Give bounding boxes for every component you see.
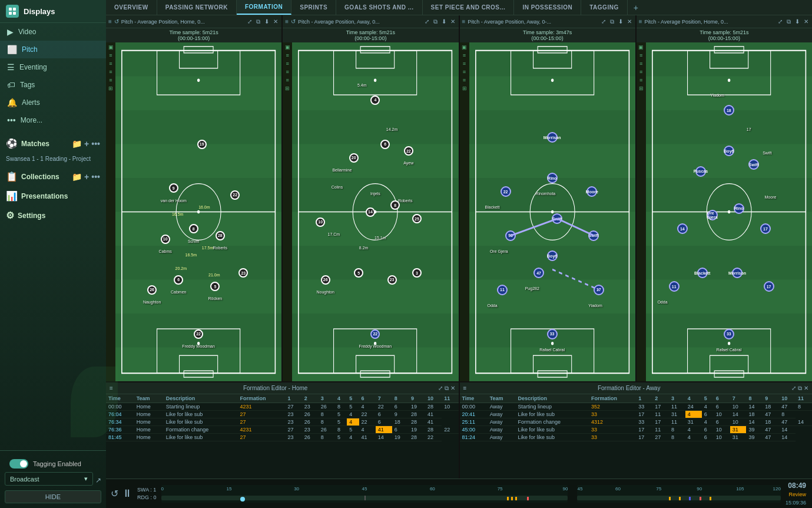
broadcast-external-icon[interactable]: ↗ — [95, 476, 101, 484]
sidebar-item-alerts[interactable]: 🔔 Alerts — [0, 94, 106, 111]
match-item[interactable]: Swansea 1 - 1 Reading - Project — [0, 153, 106, 167]
panel-download-icon-2[interactable]: ⬇ — [440, 18, 448, 25]
broadcast-select[interactable]: Broadcast ▾ — [5, 472, 93, 486]
table-row[interactable]: 76:34HomeLike for like sub27232685422618… — [106, 418, 459, 426]
tab-goals-shots[interactable]: GOALS SHOTS AND ... — [336, 0, 422, 15]
psb-2-2[interactable]: ≡ — [286, 52, 290, 59]
fp-copy-home[interactable]: ⧉ — [445, 385, 449, 392]
table-row[interactable]: 76:36HomeFormation change423127232685441… — [106, 426, 459, 434]
matches-folder-icon[interactable]: 📁 — [72, 139, 82, 149]
psb-3-5[interactable]: ≡ — [462, 77, 466, 84]
undo-icon-2[interactable]: ↺ — [291, 18, 296, 25]
panel-close-icon-2[interactable]: ✕ — [449, 18, 456, 25]
pitch-visual-2: 22 Freddy Woodman 26 Noughton 5 23 3 10 … — [292, 42, 458, 381]
panel-download-icon-4[interactable]: ⬇ — [794, 18, 801, 25]
panel-lock-icon-1[interactable]: ⤢ — [246, 18, 253, 25]
panel-lock-icon-2[interactable]: ⤢ — [423, 18, 430, 25]
sidebar-section-matches[interactable]: ⚽ Matches 📁 + ••• — [0, 134, 106, 153]
psb-1-1[interactable]: ▣ — [108, 44, 114, 51]
psb-3-1[interactable]: ▣ — [461, 44, 468, 51]
sidebar-item-more[interactable]: ••• More... — [0, 111, 106, 129]
psb-4-4[interactable]: ≡ — [639, 68, 643, 75]
panel-close-icon-3[interactable]: ✕ — [626, 18, 633, 25]
matches-add-icon[interactable]: + — [84, 139, 89, 149]
tab-add-button[interactable]: + — [628, 3, 644, 12]
sidebar-item-eventing[interactable]: ☰ Eventing — [0, 58, 106, 76]
psb-3-6[interactable]: ⊞ — [462, 85, 468, 92]
psb-2-6[interactable]: ⊞ — [284, 85, 290, 92]
sidebar-item-pitch[interactable]: ⬜ Pitch — [0, 41, 106, 58]
collections-more-icon[interactable]: ••• — [91, 172, 100, 182]
psb-1-5[interactable]: ≡ — [108, 77, 112, 84]
sidebar-section-settings[interactable]: ⚙ Settings — [0, 206, 106, 225]
psb-4-2[interactable]: ≡ — [639, 52, 643, 59]
tab-overview[interactable]: OVERVIEW — [106, 0, 157, 15]
fp-close-home[interactable]: ✕ — [450, 385, 455, 392]
panel-download-icon-1[interactable]: ⬇ — [263, 18, 270, 25]
tl-rewind-button[interactable]: ↺ — [111, 488, 118, 499]
panel-close-icon-4[interactable]: ✕ — [803, 18, 810, 25]
panel-lock-icon-4[interactable]: ⤢ — [777, 18, 784, 25]
matches-label: Matches — [21, 140, 49, 148]
psb-4-5[interactable]: ≡ — [639, 77, 643, 84]
sidebar-section-collections[interactable]: 📋 Collections 📁 + ••• — [0, 167, 106, 186]
sidebar-item-video[interactable]: ▶ Video — [0, 23, 106, 41]
psb-4-1[interactable]: ▣ — [638, 44, 644, 51]
pitch-side-toolbar-2: ▣ ≡ ≡ ≡ ≡ ⊞ — [283, 42, 292, 381]
tagging-toggle-switch[interactable] — [9, 459, 28, 469]
matches-more-icon[interactable]: ••• — [91, 139, 100, 149]
tab-sprints[interactable]: SPRINTS — [291, 0, 336, 15]
fp-copy-away[interactable]: ⧉ — [798, 385, 802, 392]
psb-3-4[interactable]: ≡ — [462, 68, 466, 75]
svg-rect-41 — [469, 42, 635, 77]
panel-copy-icon-3[interactable]: ⧉ — [609, 18, 615, 25]
tl-track-left[interactable]: 0 15 30 45 60 75 90 — [161, 485, 568, 503]
psb-1-6[interactable]: ⊞ — [108, 85, 114, 92]
sidebar-item-tags[interactable]: 🏷 Tags — [0, 76, 106, 94]
tl-play-button[interactable]: ⏸ — [122, 487, 132, 500]
tab-tagging[interactable]: TAGGING — [581, 0, 627, 15]
table-row[interactable]: 81:45HomeLike for like sub27232685441141… — [106, 434, 459, 441]
table-row[interactable]: 00:00HomeStarting lineup4231272326854226… — [106, 403, 459, 411]
panel-close-icon-1[interactable]: ✕ — [272, 18, 279, 25]
tab-formation[interactable]: FORMATION — [237, 0, 291, 15]
table-row[interactable]: 81:24AwayLike for like sub33172784610313… — [460, 434, 813, 441]
psb-2-4[interactable]: ≡ — [286, 68, 290, 75]
psb-4-6[interactable]: ⊞ — [638, 85, 644, 92]
tab-set-piece[interactable]: SET PIECE AND CROS... — [423, 0, 515, 15]
table-row[interactable]: 25:11AwayFormation change431233171131461… — [460, 418, 813, 426]
psb-2-5[interactable]: ≡ — [286, 77, 290, 84]
psb-1-3[interactable]: ≡ — [108, 60, 112, 67]
hide-button[interactable]: HIDE — [5, 490, 101, 503]
fp-close-away[interactable]: ✕ — [804, 385, 808, 392]
collections-folder-icon[interactable]: 📁 — [72, 172, 82, 182]
fa-col-3: 3 — [669, 394, 685, 403]
psb-3-2[interactable]: ≡ — [462, 52, 466, 59]
undo-icon-1[interactable]: ↺ — [114, 18, 119, 25]
psb-1-4[interactable]: ≡ — [108, 68, 112, 75]
tl-track-right[interactable]: 45 60 75 90 105 120 — [577, 485, 780, 503]
panel-copy-icon-1[interactable]: ⧉ — [255, 18, 261, 25]
sidebar-section-presentations[interactable]: 📊 Presentations — [0, 186, 106, 206]
table-row[interactable]: 20:41AwayLike for like sub33171131461014… — [460, 411, 813, 418]
fp-expand-home[interactable]: ⤢ — [438, 385, 443, 392]
psb-2-1[interactable]: ▣ — [284, 44, 291, 51]
pitch-panel-header-3: ≡ Pitch - Average Position, Away, 0-... … — [460, 15, 635, 28]
psb-1-2[interactable]: ≡ — [108, 52, 112, 59]
tab-passing-network[interactable]: PASSING NETWORK — [157, 0, 237, 15]
panel-lock-icon-3[interactable]: ⤢ — [600, 18, 607, 25]
table-row[interactable]: 45:00AwayLike for like sub33171184610313… — [460, 426, 813, 434]
panel-download-icon-3[interactable]: ⬇ — [617, 18, 624, 25]
table-row[interactable]: 00:00AwayStarting lineup3523317112446101… — [460, 403, 813, 411]
tl-playhead-left[interactable] — [240, 497, 245, 502]
svg-point-49 — [551, 210, 553, 213]
panel-copy-icon-4[interactable]: ⧉ — [786, 18, 792, 25]
panel-copy-icon-2[interactable]: ⧉ — [432, 18, 439, 25]
fp-expand-away[interactable]: ⤢ — [791, 385, 796, 392]
collections-add-icon[interactable]: + — [84, 172, 89, 182]
psb-2-3[interactable]: ≡ — [286, 60, 290, 67]
tab-in-possession[interactable]: IN POSSESSION — [514, 0, 581, 15]
table-row[interactable]: 76:04HomeLike for like sub27232685422692… — [106, 411, 459, 418]
psb-4-3[interactable]: ≡ — [639, 60, 643, 67]
psb-3-3[interactable]: ≡ — [462, 60, 466, 67]
